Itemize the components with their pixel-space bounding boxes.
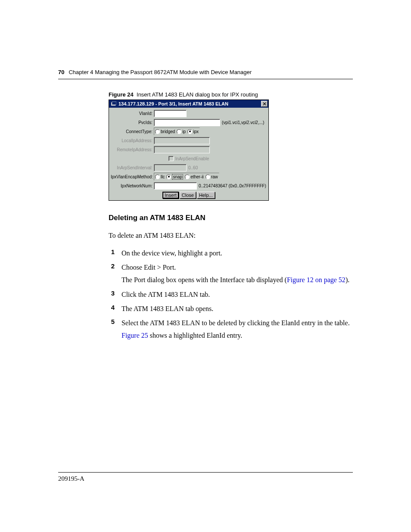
localip-input <box>154 137 210 144</box>
svg-rect-1 <box>112 102 116 105</box>
section-heading: Deleting an ATM 1483 ELAN <box>109 214 353 222</box>
system-icon <box>111 101 117 107</box>
step-note: The Port dialog box opens with the Inter… <box>121 275 353 285</box>
page-footer: 209195-A <box>58 472 353 482</box>
document-id: 209195-A <box>58 472 353 482</box>
remoteip-input <box>154 146 210 153</box>
ipxnetworknum-input[interactable] <box>154 182 197 190</box>
dialog-button-row: Insert Close Help... <box>111 192 267 199</box>
ipxvlanencap-label: IpxVlanEncapMethod: <box>111 174 154 179</box>
remoteip-label: RemoteIpAddress: <box>111 147 154 152</box>
inarpsendinterval-label: InArpSendInterval: <box>111 165 154 170</box>
connecttype-label: ConnectType: <box>111 129 154 134</box>
vlanid-label: VlanId: <box>111 111 154 116</box>
help-button[interactable]: Help... <box>197 192 215 199</box>
dialog-title: 134.177.128.129 - Port 3/1, Insert ATM 1… <box>118 101 261 106</box>
figure-caption: Figure 24 Insert ATM 1483 ELAN dialog bo… <box>109 91 353 98</box>
inarpsendenable-label: InArpSendEnable <box>175 156 209 161</box>
dialog-form: VlanId: PvcIds: (vpi1.vci1,vpi2.vci2,...… <box>109 108 268 200</box>
figure-caption-text: Insert ATM 1483 ELAN dialog box for IPX … <box>137 91 258 98</box>
connecttype-ipx-radio[interactable]: ipx <box>187 129 199 134</box>
ipxnetworknum-hint: 0..2147483647 (0x0..0x7FFFFFFF) <box>199 184 266 188</box>
connecttype-ip-radio[interactable]: ip <box>177 129 186 134</box>
pvcids-hint: (vpi1.vci1,vpi2.vci2,...) <box>222 120 264 125</box>
inarpsendenable-checkbox: InArpSendEnable <box>168 156 209 161</box>
localip-label: LocalIpAddress: <box>111 138 154 143</box>
step-list: 1 On the device view, highlight a port. … <box>109 248 353 340</box>
step-2: 2 Choose Edit > Port. The Port dialog bo… <box>109 262 353 285</box>
ipxnetworknum-label: IpxNetworkNum: <box>111 184 154 188</box>
step-number: 2 <box>109 262 115 285</box>
step-number: 3 <box>109 289 115 299</box>
step-body: Choose Edit > Port. The Port dialog box … <box>121 262 353 285</box>
step-body: Select the ATM 1483 ELAN to be deleted b… <box>121 318 353 340</box>
step-number: 1 <box>109 248 115 258</box>
step-4: 4 The ATM 1483 ELAN tab opens. <box>109 304 353 314</box>
ipxvlanencap-group: llc snap ether-ii raw <box>154 173 219 180</box>
figure-12-link[interactable]: Figure 12 on page 52 <box>287 276 346 283</box>
close-icon[interactable] <box>261 101 268 107</box>
inarpsendinterval-hint: 0..60 <box>188 165 198 170</box>
insert-button[interactable]: Insert <box>162 192 179 199</box>
step-body: The ATM 1483 ELAN tab opens. <box>121 304 353 314</box>
step-5: 5 Select the ATM 1483 ELAN to be deleted… <box>109 318 353 340</box>
step-note: Figure 25 shows a highlighted ElanId ent… <box>121 330 353 340</box>
step-body: Click the ATM 1483 ELAN tab. <box>121 289 353 299</box>
section-intro: To delete an ATM 1483 ELAN: <box>109 232 353 240</box>
step-body: On the device view, highlight a port. <box>121 248 353 258</box>
pvcids-input[interactable] <box>154 119 220 126</box>
step-1: 1 On the device view, highlight a port. <box>109 248 353 258</box>
step-number: 5 <box>109 318 115 340</box>
connecttype-bridged-radio[interactable]: bridged <box>155 129 175 134</box>
inarpsendinterval-input <box>154 164 187 171</box>
dialog-window: 134.177.128.129 - Port 3/1, Insert ATM 1… <box>109 100 269 201</box>
encap-etherii-radio[interactable]: ether-ii <box>185 174 204 179</box>
encap-snap-radio[interactable]: snap <box>166 174 183 180</box>
page-header: 70 Chapter 4 Managing the Passport 8672A… <box>58 69 353 79</box>
pvcids-label: PvcIds: <box>111 120 154 125</box>
page-number: 70 <box>58 69 64 75</box>
close-button[interactable]: Close <box>180 192 196 199</box>
encap-llc-radio[interactable]: llc <box>155 174 165 179</box>
figure-label: Figure 24 <box>109 91 134 98</box>
step-number: 4 <box>109 304 115 314</box>
figure-25-link[interactable]: Figure 25 <box>121 332 148 339</box>
titlebar: 134.177.128.129 - Port 3/1, Insert ATM 1… <box>109 100 268 108</box>
encap-raw-radio[interactable]: raw <box>206 174 218 179</box>
chapter-title: Chapter 4 Managing the Passport 8672ATM … <box>68 69 252 75</box>
vlanid-input[interactable] <box>154 110 187 117</box>
connecttype-group: bridged ip ipx <box>154 128 200 135</box>
step-3: 3 Click the ATM 1483 ELAN tab. <box>109 289 353 299</box>
